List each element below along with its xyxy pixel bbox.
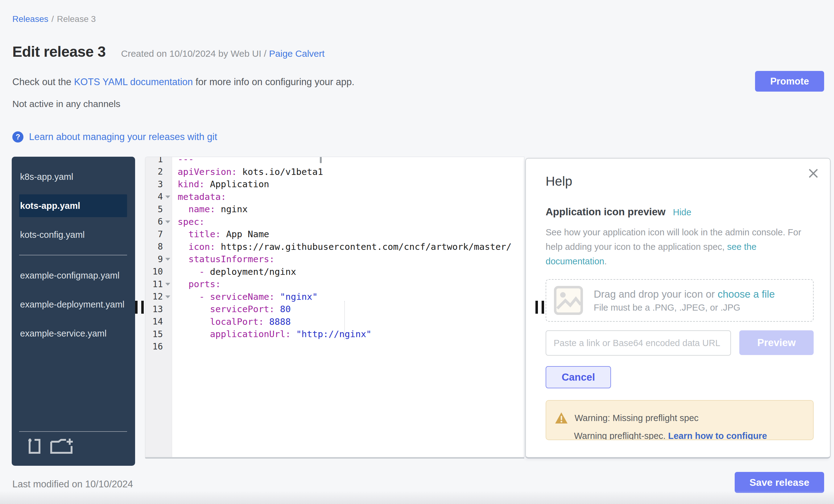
help-panel-title: Help <box>546 174 830 189</box>
code-line[interactable]: 5 name: nginx <box>145 203 524 216</box>
new-folder-icon[interactable] <box>50 437 74 455</box>
pane-resize-handle-left[interactable] <box>135 301 144 314</box>
title-row: Edit release 3 Created on 10/10/2024 by … <box>12 43 325 60</box>
last-modified-text: Last modified on 10/10/2024 <box>12 479 133 490</box>
preflight-warning-box: Warning: Missing preflight spec Warning … <box>546 400 814 440</box>
warning-detail-prefix: Warning preflight-spec. <box>574 431 668 440</box>
fold-toggle-icon[interactable] <box>165 221 170 223</box>
new-file-icon[interactable] <box>25 437 42 455</box>
code-line[interactable]: 16 <box>145 341 524 353</box>
line-number: 13 <box>145 304 172 314</box>
line-number: 8 <box>145 242 172 252</box>
line-number: 4 <box>145 192 172 202</box>
fold-toggle-icon[interactable] <box>165 258 170 261</box>
code-text: applicationUrl: "http://nginx" <box>172 329 372 339</box>
code-line[interactable]: 11 ports: <box>145 278 524 290</box>
code-text: statusInformers: <box>172 254 275 264</box>
promote-button[interactable]: Promote <box>755 71 824 92</box>
file-tree-item[interactable]: example-service.yaml <box>19 322 127 345</box>
dropzone-sub-text: File must be a .PNG, .JPEG, or .JPG <box>594 303 775 313</box>
code-line[interactable]: 10 - deployment/nginx <box>145 266 524 278</box>
line-number: 1 <box>145 157 172 165</box>
breadcrumb-separator: / <box>51 14 54 24</box>
hide-link[interactable]: Hide <box>673 207 692 217</box>
file-tree-item[interactable]: k8s-app.yaml <box>19 165 127 188</box>
code-line[interactable]: 9 statusInformers: <box>145 253 524 266</box>
channel-status: Not active in any channels <box>12 99 120 109</box>
line-number: 3 <box>145 179 172 190</box>
line-number: 7 <box>145 229 172 239</box>
code-text: kind: Application <box>172 179 269 190</box>
file-tree-sidebar: k8s-app.yamlkots-app.yamlkots-config.yam… <box>12 157 135 466</box>
breadcrumb-releases-link[interactable]: Releases <box>12 14 48 24</box>
git-releases-link[interactable]: Learn about managing your releases with … <box>29 131 217 143</box>
line-number: 2 <box>145 167 172 177</box>
dropzone-main-text: Drag and drop your icon or choose a file <box>594 288 775 300</box>
code-text: localPort: 8888 <box>172 316 291 327</box>
icon-preview-heading: Application icon preview <box>546 206 665 218</box>
code-text: - deployment/nginx <box>172 266 296 277</box>
help-panel: Help Application icon preview Hide See h… <box>525 158 831 459</box>
preview-button[interactable]: Preview <box>739 330 814 355</box>
breadcrumb-current: Release 3 <box>57 14 96 24</box>
created-prefix: Created on 10/10/2024 by Web UI / <box>121 48 269 59</box>
code-text: spec: <box>172 217 204 227</box>
created-by-link[interactable]: Paige Calvert <box>269 48 325 59</box>
kots-yaml-docs-link[interactable]: KOTS YAML documentation <box>74 76 193 87</box>
description-suffix: . <box>604 256 607 266</box>
yaml-editor[interactable]: 1---2apiVersion: kots.io/v1beta13kind: A… <box>145 157 524 459</box>
code-line[interactable]: 14 localPort: 8888 <box>145 315 524 328</box>
code-line[interactable]: 7 title: App Name <box>145 228 524 241</box>
code-line[interactable]: 2apiVersion: kots.io/v1beta1 <box>145 166 524 178</box>
dropzone-prefix: Drag and drop your icon or <box>594 288 718 300</box>
warning-triangle-icon <box>555 412 568 424</box>
line-number: 12 <box>145 291 172 302</box>
code-text: name: nginx <box>172 204 248 214</box>
docs-line-prefix: Check out the <box>12 76 74 87</box>
fold-toggle-icon[interactable] <box>165 196 170 198</box>
code-text: --- <box>172 157 194 165</box>
code-line[interactable]: 8 icon: https://raw.githubusercontent.co… <box>145 241 524 253</box>
icon-preview-description: See how your application icon will look … <box>546 225 815 269</box>
image-placeholder-icon <box>554 286 583 315</box>
icon-dropzone[interactable]: Drag and drop your icon or choose a file… <box>546 279 814 322</box>
choose-file-link[interactable]: choose a file <box>718 288 775 300</box>
code-line[interactable]: 15 applicationUrl: "http://nginx" <box>145 328 524 341</box>
warning-title: Warning: Missing preflight spec <box>575 413 699 423</box>
file-tree-item[interactable]: kots-app.yaml <box>19 194 127 217</box>
close-icon[interactable] <box>808 168 819 179</box>
page-title: Edit release 3 <box>12 43 106 60</box>
code-line[interactable]: 13 servicePort: 80 <box>145 303 524 315</box>
code-text: servicePort: 80 <box>172 304 291 314</box>
line-number: 10 <box>145 266 172 277</box>
code-text: apiVersion: kots.io/v1beta1 <box>172 167 323 177</box>
docs-line: Check out the KOTS YAML documentation fo… <box>12 76 354 88</box>
git-help-row[interactable]: ? Learn about managing your releases wit… <box>12 131 217 143</box>
line-number: 11 <box>145 279 172 289</box>
docs-line-suffix: for more info on configuring your app. <box>193 76 354 87</box>
file-tree-item[interactable]: example-configmap.yaml <box>19 264 127 287</box>
line-number: 14 <box>145 316 172 327</box>
indent-guide <box>344 301 345 339</box>
file-tree-item[interactable]: kots-config.yaml <box>19 223 127 246</box>
code-line[interactable]: 1--- <box>145 157 524 166</box>
file-tree-footer <box>19 431 127 466</box>
breadcrumb: Releases/Release 3 <box>12 14 96 24</box>
code-line[interactable]: 4metadata: <box>145 191 524 203</box>
icon-url-input[interactable] <box>546 330 731 356</box>
fold-toggle-icon[interactable] <box>165 295 170 298</box>
file-tree-item[interactable]: example-deployment.yaml <box>19 293 127 316</box>
code-line[interactable]: 12 - serviceName: "nginx" <box>145 290 524 303</box>
learn-how-to-configure-link[interactable]: Learn how to configure <box>668 431 767 440</box>
code-line[interactable]: 6spec: <box>145 216 524 228</box>
code-text: ports: <box>172 279 221 289</box>
question-circle-icon: ? <box>12 131 23 143</box>
pane-resize-handle-right[interactable] <box>535 301 545 314</box>
fold-toggle-icon[interactable] <box>165 283 170 286</box>
code-text: metadata: <box>172 192 226 202</box>
cancel-button[interactable]: Cancel <box>546 366 611 388</box>
save-release-button[interactable]: Save release <box>735 472 824 493</box>
file-tree-divider <box>19 255 127 256</box>
editor-cursor <box>320 157 322 163</box>
code-line[interactable]: 3kind: Application <box>145 178 524 191</box>
